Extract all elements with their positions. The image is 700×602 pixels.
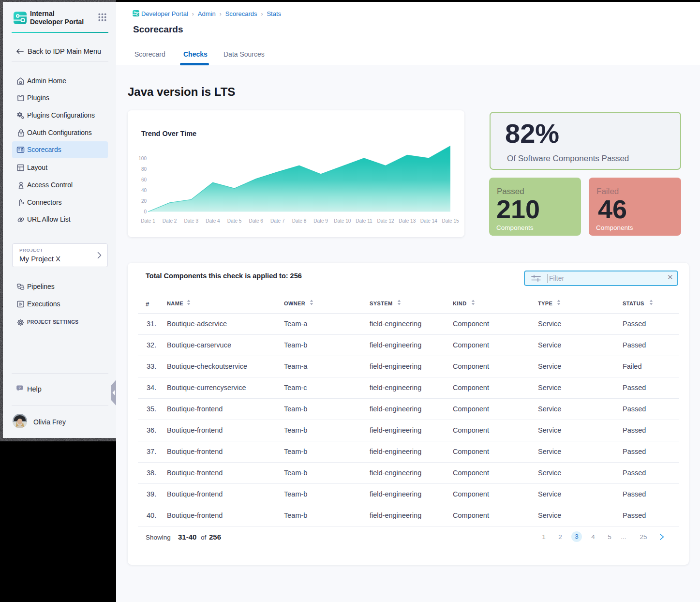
svg-text:Date 7: Date 7 [270,218,285,224]
svg-text:100: 100 [138,156,147,161]
svg-text:80: 80 [141,166,147,172]
svg-text:20: 20 [141,198,147,204]
svg-text:Date 3: Date 3 [184,218,199,224]
svg-text:60: 60 [141,177,147,182]
svg-text:Date 10: Date 10 [334,218,351,224]
svg-text:Date 14: Date 14 [420,218,437,224]
svg-text:Date 6: Date 6 [249,218,263,224]
svg-text:40: 40 [141,188,147,193]
svg-text:?: ? [18,386,21,390]
svg-text:Date 13: Date 13 [399,218,416,224]
svg-text:Date 5: Date 5 [227,218,242,224]
svg-text:0: 0 [144,209,147,214]
svg-text:Date 2: Date 2 [163,218,177,224]
svg-text:Date 15: Date 15 [442,218,459,224]
svg-text:Date 8: Date 8 [292,218,307,224]
svg-text:Date 12: Date 12 [377,218,394,224]
svg-text:Date 9: Date 9 [313,218,328,224]
svg-text:Date 4: Date 4 [206,218,220,224]
svg-text:Date 1: Date 1 [141,218,155,224]
svg-text:Date 11: Date 11 [356,218,372,224]
